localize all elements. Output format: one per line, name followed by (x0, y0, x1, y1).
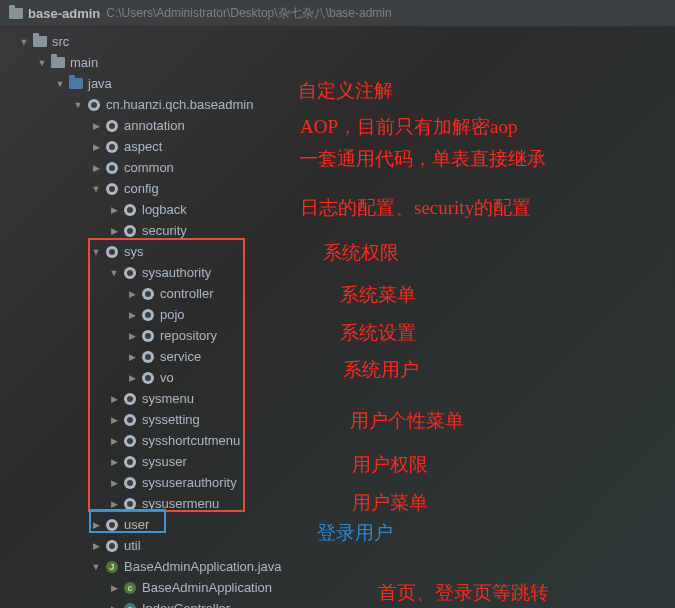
tree-node-main[interactable]: main (0, 52, 675, 73)
tree-node-security[interactable]: security (0, 220, 675, 241)
annotation-usermenu: 用户菜单 (352, 490, 428, 516)
annotation-common: 一套通用代码，单表直接继承 (299, 146, 546, 172)
annotation-sysmenu: 系统菜单 (340, 282, 416, 308)
collapse-arrow-icon[interactable] (108, 394, 120, 404)
collapse-arrow-icon[interactable] (108, 604, 120, 609)
tree-node-sysuserauthority[interactable]: sysuserauthority (0, 472, 675, 493)
package-icon (122, 265, 138, 281)
package-icon (140, 349, 156, 365)
collapse-arrow-icon[interactable] (126, 373, 138, 383)
tree-node-repository[interactable]: repository (0, 325, 675, 346)
collapse-arrow-icon[interactable] (108, 415, 120, 425)
annotation-aop: AOP，目前只有加解密aop (300, 114, 517, 140)
tree-node-sysmenu[interactable]: sysmenu (0, 388, 675, 409)
collapse-arrow-icon[interactable] (90, 121, 102, 131)
tree-node-src[interactable]: src (0, 31, 675, 52)
collapse-arrow-icon[interactable] (126, 352, 138, 362)
expand-arrow-icon[interactable] (36, 58, 48, 68)
class-icon: c (122, 601, 138, 609)
tree-node-sysshortcutmenu[interactable]: sysshortcutmenu (0, 430, 675, 451)
folder-icon (50, 55, 66, 71)
tree-node-controller[interactable]: controller (0, 283, 675, 304)
annotation-syssetting: 系统设置 (340, 320, 416, 346)
expand-arrow-icon[interactable] (90, 247, 102, 257)
package-icon (122, 496, 138, 512)
tree-node-vo[interactable]: vo (0, 367, 675, 388)
collapse-arrow-icon[interactable] (126, 310, 138, 320)
package-icon (122, 223, 138, 239)
class-icon: c (122, 580, 138, 596)
package-icon (122, 475, 138, 491)
expand-arrow-icon[interactable] (18, 37, 30, 47)
package-icon (104, 118, 120, 134)
tree-node-indexctrl[interactable]: cIndexController (0, 598, 675, 608)
package-icon (122, 433, 138, 449)
package-icon (104, 538, 120, 554)
expand-arrow-icon[interactable] (90, 562, 102, 572)
collapse-arrow-icon[interactable] (108, 583, 120, 593)
collapse-arrow-icon[interactable] (90, 163, 102, 173)
project-icon (8, 5, 24, 21)
project-title: base-admin (28, 6, 100, 21)
collapse-arrow-icon[interactable] (108, 226, 120, 236)
collapse-arrow-icon[interactable] (126, 289, 138, 299)
package-icon (104, 139, 120, 155)
collapse-arrow-icon[interactable] (108, 457, 120, 467)
annotation-userauth: 用户权限 (352, 452, 428, 478)
tree-node-syssetting[interactable]: syssetting (0, 409, 675, 430)
expand-arrow-icon[interactable] (54, 79, 66, 89)
collapse-arrow-icon[interactable] (108, 436, 120, 446)
package-icon (140, 370, 156, 386)
package-icon (104, 160, 120, 176)
project-path: C:\Users\Administrator\Desktop\杂七杂八\base… (106, 5, 391, 22)
package-icon (122, 412, 138, 428)
annotation-custom: 自定义注解 (298, 78, 393, 104)
package-icon (122, 202, 138, 218)
expand-arrow-icon[interactable] (72, 100, 84, 110)
folder-open-icon (68, 76, 84, 92)
package-icon (104, 517, 120, 533)
package-icon (140, 286, 156, 302)
tree-node-appclass[interactable]: cBaseAdminApplication (0, 577, 675, 598)
package-icon (86, 97, 102, 113)
tree-node-sysusermenu[interactable]: sysusermenu (0, 493, 675, 514)
package-icon (140, 307, 156, 323)
annotation-sysauth: 系统权限 (323, 240, 399, 266)
project-header: base-admin C:\Users\Administrator\Deskto… (0, 0, 675, 27)
collapse-arrow-icon[interactable] (108, 478, 120, 488)
tree-node-sysuser[interactable]: sysuser (0, 451, 675, 472)
package-icon (122, 391, 138, 407)
tree-node-pojo[interactable]: pojo (0, 304, 675, 325)
collapse-arrow-icon[interactable] (108, 499, 120, 509)
collapse-arrow-icon[interactable] (90, 520, 102, 530)
annotation-shortcut: 用户个性菜单 (350, 408, 464, 434)
collapse-arrow-icon[interactable] (126, 331, 138, 341)
package-icon (140, 328, 156, 344)
java-file-icon: J (104, 559, 120, 575)
expand-arrow-icon[interactable] (90, 184, 102, 194)
tree-node-appfile[interactable]: JBaseAdminApplication.java (0, 556, 675, 577)
annotation-sysuser: 系统用户 (343, 357, 419, 383)
package-icon (104, 181, 120, 197)
tree-node-service[interactable]: service (0, 346, 675, 367)
collapse-arrow-icon[interactable] (90, 541, 102, 551)
package-icon (122, 454, 138, 470)
expand-arrow-icon[interactable] (108, 268, 120, 278)
package-icon (104, 244, 120, 260)
collapse-arrow-icon[interactable] (90, 142, 102, 152)
annotation-config: 日志的配置、security的配置 (300, 195, 531, 221)
folder-icon (32, 34, 48, 50)
collapse-arrow-icon[interactable] (108, 205, 120, 215)
annotation-loginuser: 登录用户 (317, 520, 393, 546)
annotation-index: 首页、登录页等跳转 (378, 580, 549, 606)
